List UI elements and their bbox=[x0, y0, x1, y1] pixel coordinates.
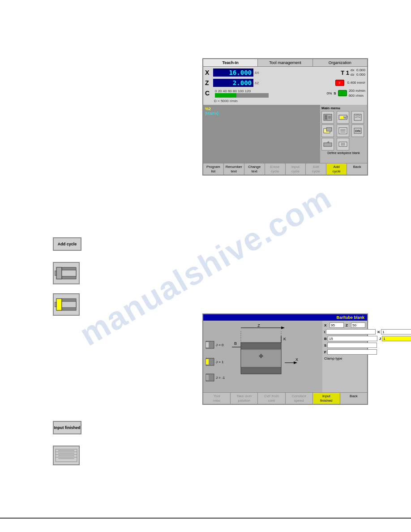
progress-area: 0 20 40 60 80 100 120 bbox=[215, 89, 324, 98]
tab-organization[interactable]: Organization bbox=[313, 59, 367, 66]
input-finished-button[interactable]: Input finished bbox=[53, 421, 81, 434]
s-icon bbox=[338, 90, 347, 96]
btn-change-text[interactable]: Changetext bbox=[244, 163, 265, 175]
menu-icon-2[interactable]: %T bbox=[337, 111, 349, 124]
t-display-area: T 1 dx 0.000 dz 0.000 bbox=[341, 68, 365, 77]
svg-rect-4 bbox=[340, 116, 343, 119]
clamp-type-label: Clamp type bbox=[324, 356, 365, 360]
form-input-i[interactable] bbox=[326, 329, 376, 335]
progress-bar-fill bbox=[215, 93, 236, 98]
cnc-coords: X 16.000 δX T 1 dx 0.000 dz 0.000 Z 2.00… bbox=[203, 67, 367, 105]
btn-add-cycle[interactable]: Addcycle bbox=[326, 163, 347, 175]
svg-marker-30 bbox=[281, 326, 285, 329]
z-sub: δZ bbox=[255, 81, 259, 85]
s-label: S bbox=[334, 91, 336, 95]
svg-text:Z: Z bbox=[257, 323, 260, 328]
x-label: X bbox=[205, 69, 213, 76]
btn-erase-cycle[interactable]: Erasecycle bbox=[265, 163, 286, 175]
menu-icon-8[interactable] bbox=[337, 138, 349, 150]
cs-coord-row: C 0 20 40 60 80 100 120 0% S 200 m/min 6… bbox=[205, 88, 365, 98]
btn-cvf-from[interactable]: CvF fromcont bbox=[258, 393, 285, 404]
btn-program-list[interactable]: Programlist bbox=[203, 163, 224, 175]
svg-rect-42 bbox=[206, 342, 209, 348]
form-input-j[interactable] bbox=[382, 336, 411, 341]
form-input-k[interactable] bbox=[381, 329, 411, 335]
svg-text:K: K bbox=[283, 337, 286, 341]
btn-edit-cycle[interactable]: Editcycle bbox=[306, 163, 326, 175]
menu-icon-1[interactable] bbox=[321, 111, 334, 124]
f-value: 0.400 mm/r bbox=[347, 80, 365, 85]
svg-rect-1 bbox=[325, 115, 327, 120]
menu-icon-7[interactable] bbox=[321, 138, 334, 150]
input-finished-line1: Input bbox=[54, 425, 64, 430]
form-row-s: S bbox=[324, 343, 365, 348]
btn-take-over[interactable]: Take overposition bbox=[231, 393, 258, 404]
add-cycle-line1: Add bbox=[58, 242, 66, 247]
progress-bar bbox=[215, 93, 269, 98]
form-label-x: X bbox=[324, 323, 329, 327]
tab-tool-management[interactable]: Tool management bbox=[258, 59, 313, 66]
final-icon[interactable] bbox=[53, 446, 80, 465]
form-label-f: F bbox=[324, 350, 326, 354]
form-label-i: I bbox=[324, 330, 325, 334]
btn-input-finished[interactable]: Inputfinished bbox=[313, 393, 340, 404]
svg-text:J = 0: J = 0 bbox=[216, 343, 224, 347]
form-label-b: B bbox=[324, 337, 327, 341]
workpiece-icon-2[interactable] bbox=[53, 293, 80, 316]
cnc-bottom-bar: Programlist Renumbertext Changetext Eras… bbox=[203, 163, 367, 175]
form-row-x: X Z bbox=[324, 322, 365, 328]
tab-teach-in[interactable]: Teach-In bbox=[203, 59, 258, 66]
program-section: %2 [Matrix] Main menu %T bbox=[203, 105, 367, 163]
cnc-tabs: Teach-In Tool management Organization bbox=[203, 59, 367, 67]
bartube-diagram: Z B K X J = 0 bbox=[203, 321, 322, 392]
form-input-b[interactable] bbox=[328, 336, 377, 341]
menu-icons-grid: %T DIN bbox=[321, 111, 366, 150]
svg-rect-23 bbox=[55, 271, 56, 275]
btn-renumber[interactable]: Renumbertext bbox=[224, 163, 244, 175]
svg-rect-18 bbox=[341, 143, 345, 146]
form-label-j: J bbox=[379, 337, 381, 341]
define-workpiece-label: Define workpiece blank bbox=[321, 151, 366, 154]
add-cycle-line2: cycle bbox=[67, 242, 77, 247]
z-label: Z bbox=[205, 79, 213, 86]
form-label-s: S bbox=[324, 343, 326, 348]
svg-rect-60 bbox=[58, 453, 74, 454]
f-icon: F bbox=[335, 80, 344, 86]
input-finished-line2: finished bbox=[65, 425, 81, 430]
btn-back-bottom[interactable]: Back bbox=[340, 393, 367, 404]
x-coord-row: X 16.000 δX T 1 dx 0.000 dz 0.000 bbox=[205, 68, 365, 77]
btn-back-top[interactable]: Back bbox=[347, 163, 367, 175]
svg-text:X: X bbox=[295, 357, 298, 362]
form-row-b: B J bbox=[324, 336, 365, 341]
x-sub: δX bbox=[255, 71, 259, 75]
form-row-i: I K bbox=[324, 329, 365, 335]
btn-constant-speed[interactable]: Constantspeed bbox=[286, 393, 313, 404]
bartube-screen: Bar/tube blank Z B K bbox=[202, 313, 368, 405]
c-label: C bbox=[205, 90, 213, 97]
svg-rect-25 bbox=[56, 299, 62, 310]
x-value: 16.000 bbox=[213, 69, 253, 77]
svg-marker-16 bbox=[326, 141, 329, 143]
menu-icon-6[interactable]: DIN bbox=[351, 124, 364, 137]
form-input-s[interactable] bbox=[327, 343, 377, 348]
btn-input-cycle[interactable]: Inputcycle bbox=[286, 163, 306, 175]
main-menu-panel: Main menu %T DIN bbox=[320, 105, 367, 163]
svg-text:J = 1: J = 1 bbox=[216, 360, 224, 364]
form-label-z: Z bbox=[346, 323, 350, 327]
z-coord-row: Z 2.000 δZ F 0.400 mm/r bbox=[205, 78, 365, 88]
form-row-f: F bbox=[324, 349, 365, 355]
btn-tool-misc[interactable]: Toolmisc bbox=[203, 393, 231, 404]
form-input-x[interactable] bbox=[330, 322, 344, 328]
svg-text:%T: %T bbox=[343, 116, 348, 119]
svg-rect-62 bbox=[58, 458, 74, 459]
form-input-z[interactable] bbox=[351, 322, 365, 328]
menu-icon-3[interactable] bbox=[351, 111, 364, 124]
svg-rect-28 bbox=[55, 302, 56, 307]
workpiece-icon-1[interactable] bbox=[53, 262, 80, 284]
menu-icon-4[interactable] bbox=[321, 124, 334, 137]
add-cycle-button[interactable]: Add cycle bbox=[53, 237, 81, 251]
bottom-line bbox=[0, 518, 411, 519]
menu-icon-5[interactable] bbox=[337, 124, 349, 137]
form-input-f[interactable] bbox=[327, 349, 377, 355]
svg-rect-61 bbox=[58, 455, 74, 456]
